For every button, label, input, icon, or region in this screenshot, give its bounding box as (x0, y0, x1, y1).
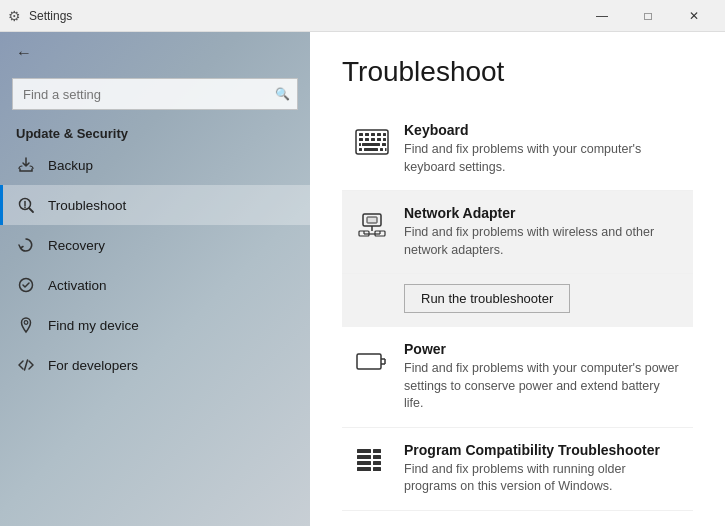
search-container: 🔍 (12, 78, 298, 110)
network-desc: Find and fix problems with wireless and … (404, 224, 681, 259)
run-troubleshooter-button[interactable]: Run the troubleshooter (404, 284, 570, 313)
run-btn-row: Run the troubleshooter (342, 274, 693, 327)
sidebar-item-find-my-device[interactable]: Find my device (0, 305, 310, 345)
svg-rect-40 (357, 467, 371, 471)
sidebar: ← 🔍 Update & Security Backup (0, 32, 310, 526)
back-arrow-icon: ← (16, 44, 32, 62)
compat-desc: Find and fix problems with running older… (404, 461, 681, 496)
svg-rect-26 (367, 217, 377, 223)
svg-rect-43 (373, 461, 381, 465)
activation-icon (16, 275, 36, 295)
sidebar-item-troubleshoot[interactable]: Troubleshoot (0, 185, 310, 225)
svg-line-6 (25, 360, 28, 370)
sidebar-item-backup[interactable]: Backup (0, 145, 310, 185)
settings-icon: ⚙ (8, 8, 21, 24)
power-icon (354, 343, 390, 379)
svg-rect-33 (357, 354, 381, 369)
content-area: Troubleshoot (310, 32, 725, 526)
compat-name: Program Compatibility Troubleshooter (404, 442, 681, 458)
sidebar-item-troubleshoot-label: Troubleshoot (48, 198, 126, 213)
compat-text: Program Compatibility Troubleshooter Fin… (404, 442, 681, 496)
svg-point-5 (24, 321, 28, 325)
svg-rect-11 (377, 133, 381, 136)
svg-rect-15 (371, 138, 375, 141)
power-name: Power (404, 341, 681, 357)
title-bar-left: ⚙ Settings (8, 8, 72, 24)
page-title: Troubleshoot (342, 56, 693, 88)
svg-rect-23 (380, 148, 383, 151)
svg-point-3 (24, 207, 26, 209)
sidebar-item-recovery[interactable]: Recovery (0, 225, 310, 265)
compat-icon (354, 444, 390, 480)
troubleshoot-icon (16, 195, 36, 215)
svg-rect-14 (365, 138, 369, 141)
sidebar-item-backup-label: Backup (48, 158, 93, 173)
svg-rect-16 (377, 138, 381, 141)
sidebar-item-activation[interactable]: Activation (0, 265, 310, 305)
section-label: Update & Security (0, 118, 310, 145)
svg-rect-12 (383, 133, 386, 136)
minimize-button[interactable]: — (579, 0, 625, 32)
maximize-button[interactable]: □ (625, 0, 671, 32)
power-desc: Find and fix problems with your computer… (404, 360, 681, 413)
keyboard-name: Keyboard (404, 122, 681, 138)
title-bar-controls: — □ ✕ (579, 0, 717, 32)
svg-rect-8 (359, 133, 363, 136)
svg-rect-9 (365, 133, 369, 136)
title-bar: ⚙ Settings — □ ✕ (0, 0, 725, 32)
close-button[interactable]: ✕ (671, 0, 717, 32)
sidebar-item-for-developers[interactable]: For developers (0, 345, 310, 385)
svg-rect-19 (359, 143, 361, 146)
svg-rect-41 (373, 449, 381, 453)
svg-line-1 (30, 209, 34, 213)
sidebar-item-for-developers-label: For developers (48, 358, 138, 373)
svg-rect-20 (382, 143, 386, 146)
svg-rect-18 (362, 143, 380, 146)
main-content: ← 🔍 Update & Security Backup (0, 32, 725, 526)
network-text: Network Adapter Find and fix problems wi… (404, 205, 681, 259)
troubleshoot-item-power: Power Find and fix problems with your co… (342, 327, 693, 428)
search-input[interactable] (12, 78, 298, 110)
svg-rect-44 (373, 467, 381, 471)
keyboard-text: Keyboard Find and fix problems with your… (404, 122, 681, 176)
svg-rect-13 (359, 138, 363, 141)
svg-rect-24 (385, 148, 387, 151)
search-icon: 🔍 (275, 87, 290, 101)
sidebar-item-activation-label: Activation (48, 278, 107, 293)
sidebar-item-recovery-label: Recovery (48, 238, 105, 253)
recovery-icon (16, 235, 36, 255)
backup-icon (16, 155, 36, 175)
svg-rect-10 (371, 133, 375, 136)
developers-icon (16, 355, 36, 375)
svg-rect-21 (359, 148, 362, 151)
svg-rect-37 (357, 449, 371, 453)
troubleshoot-item-compat: Program Compatibility Troubleshooter Fin… (342, 428, 693, 511)
title-bar-title: Settings (29, 9, 72, 23)
keyboard-icon (354, 124, 390, 160)
troubleshoot-item-keyboard: Keyboard Find and fix problems with your… (342, 108, 693, 191)
network-icon (354, 207, 390, 243)
find-device-icon (16, 315, 36, 335)
svg-rect-17 (383, 138, 386, 141)
svg-rect-38 (357, 455, 371, 459)
back-button[interactable]: ← (0, 32, 310, 74)
sidebar-item-find-my-device-label: Find my device (48, 318, 139, 333)
svg-rect-42 (373, 455, 381, 459)
troubleshoot-item-network: Network Adapter Find and fix problems wi… (342, 191, 693, 274)
svg-rect-22 (364, 148, 378, 151)
keyboard-desc: Find and fix problems with your computer… (404, 141, 681, 176)
network-name: Network Adapter (404, 205, 681, 221)
power-text: Power Find and fix problems with your co… (404, 341, 681, 413)
svg-rect-39 (357, 461, 371, 465)
